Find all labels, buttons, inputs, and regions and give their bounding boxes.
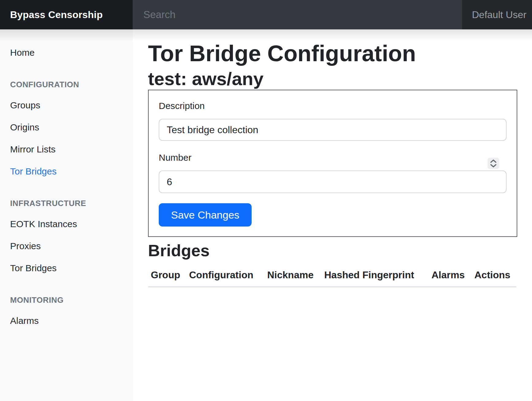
number-field-group: Number	[159, 152, 507, 193]
bridges-table-header-row: Group Configuration Nickname Hashed Fing…	[148, 264, 516, 287]
column-header-group: Group	[148, 264, 189, 287]
sidebar-item-mirror-lists[interactable]: Mirror Lists	[0, 138, 133, 160]
column-header-alarms: Alarms	[431, 264, 474, 287]
number-stepper[interactable]	[488, 158, 499, 169]
sidebar-section-monitoring: MONITORING	[0, 295, 133, 305]
user-menu-label: Default User	[472, 9, 526, 21]
column-header-configuration: Configuration	[189, 264, 267, 287]
sidebar-item-alarms[interactable]: Alarms	[0, 310, 133, 332]
sidebar-item-origins[interactable]: Origins	[0, 116, 133, 138]
sidebar-item-tor-bridges-infrastructure[interactable]: Tor Bridges	[0, 257, 133, 279]
number-label: Number	[159, 152, 507, 163]
page-subtitle: test: aws/any	[148, 68, 517, 90]
page-title: Tor Bridge Configuration	[148, 40, 517, 66]
search-input[interactable]	[133, 0, 462, 29]
sidebar-item-groups[interactable]: Groups	[0, 94, 133, 116]
save-changes-button[interactable]: Save Changes	[159, 203, 252, 227]
sidebar-item-home[interactable]: Home	[0, 42, 133, 64]
user-menu[interactable]: Default User	[462, 0, 532, 29]
column-header-hashed-fingerprint: Hashed Fingerprint	[324, 264, 431, 287]
top-navbar: Bypass Censorship Default User	[0, 0, 532, 29]
column-header-actions: Actions	[474, 264, 516, 287]
sidebar-section-infrastructure: INFRASTRUCTURE	[0, 198, 133, 208]
description-field-group: Description	[159, 100, 507, 141]
brand-label: Bypass Censorship	[10, 9, 103, 21]
main-content: Tor Bridge Configuration test: aws/any D…	[133, 29, 532, 401]
bridges-table: Group Configuration Nickname Hashed Fing…	[148, 264, 516, 287]
sidebar-item-eotk-instances[interactable]: EOTK Instances	[0, 213, 133, 235]
brand-link[interactable]: Bypass Censorship	[0, 0, 133, 29]
stepper-up-down-icon	[489, 159, 497, 168]
bridge-config-form-card: Description Number Save Changes	[148, 90, 517, 237]
sidebar-item-proxies[interactable]: Proxies	[0, 235, 133, 257]
column-header-nickname: Nickname	[267, 264, 324, 287]
navbar-search-area	[133, 0, 462, 29]
number-field[interactable]	[159, 171, 507, 193]
description-label: Description	[159, 100, 507, 112]
page-layout: Home CONFIGURATION Groups Origins Mirror…	[0, 29, 532, 401]
sidebar-item-tor-bridges-configuration[interactable]: Tor Bridges	[0, 160, 133, 182]
sidebar-section-configuration: CONFIGURATION	[0, 80, 133, 89]
bridges-heading: Bridges	[148, 241, 517, 260]
sidebar: Home CONFIGURATION Groups Origins Mirror…	[0, 29, 133, 401]
description-field[interactable]	[159, 119, 507, 141]
